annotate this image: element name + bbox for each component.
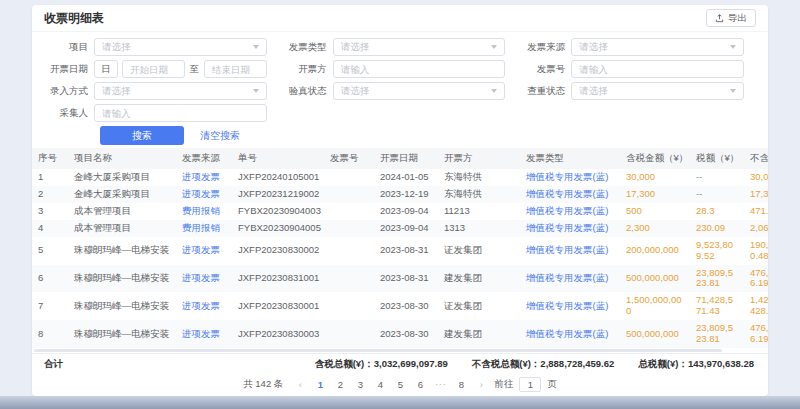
cell-project: 成本管理项目 — [68, 203, 176, 220]
next-page-button[interactable]: › — [474, 377, 488, 392]
page-title: 收票明细表 — [44, 10, 104, 27]
table-row: 5 珠穆朗玛峰—电梯安装 进项发票 JXFP20230830002 2023-0… — [32, 237, 768, 265]
filter-verify-status-label: 验真状态 — [281, 85, 333, 98]
cell-invoice-no — [324, 220, 374, 237]
cell-tax: -- — [690, 169, 744, 186]
cell-invoice-no — [324, 320, 374, 348]
invoice-type-select[interactable]: 请选择 — [333, 38, 506, 56]
title-bar: 收票明细表 导出 — [32, 5, 768, 32]
summary-total-tax: 总税额(¥)：143,970,638.28 — [638, 358, 754, 371]
cell-date: 2023-08-31 — [374, 265, 438, 293]
horizontal-scrollbar[interactable] — [32, 348, 768, 353]
cell-date: 2023-09-04 — [374, 203, 438, 220]
scrollbar-thumb[interactable] — [34, 349, 722, 352]
filter-issuer-label: 开票方 — [281, 63, 333, 76]
filter-project-label: 项目 — [42, 41, 94, 54]
col-header-project: 项目名称 — [68, 148, 176, 169]
col-header-tax: 税额（¥） — [690, 148, 744, 169]
search-button[interactable]: 搜索 — [100, 126, 184, 145]
cell-source: 进项发票 — [176, 186, 232, 203]
date-unit-select[interactable]: 日 — [94, 60, 118, 78]
dedup-status-select[interactable]: 请选择 — [571, 82, 744, 100]
chevron-down-icon — [730, 89, 736, 93]
entry-method-select[interactable]: 请选择 — [94, 82, 267, 100]
verify-status-select[interactable]: 请选择 — [333, 82, 506, 100]
filter-invoice-no-label: 发票号 — [519, 63, 571, 76]
summary-total-tax-value: 143,970,638.28 — [688, 358, 754, 369]
cell-type: 增值税专用发票(蓝) — [520, 237, 620, 265]
project-select[interactable]: 请选择 — [94, 38, 267, 56]
page-button-5[interactable]: 5 — [393, 377, 407, 392]
cell-source: 费用报销 — [176, 203, 232, 220]
cell-amount: 2,300 — [620, 220, 690, 237]
cell-type: 增值税专用发票(蓝) — [520, 320, 620, 348]
invoice-source-select[interactable]: 请选择 — [571, 38, 744, 56]
issuer-input[interactable] — [333, 60, 506, 78]
cell-order-no: JXFP20230831001 — [232, 265, 324, 293]
export-button[interactable]: 导出 — [706, 9, 756, 27]
export-icon — [715, 14, 724, 23]
table-row: 6 珠穆朗玛峰—电梯安装 进项发票 JXFP20230831001 2023-0… — [32, 265, 768, 293]
filter-row-1: 项目 请选择 发票类型 请选择 发票来源 请选择 — [42, 38, 758, 56]
verify-status-select-value: 请选择 — [341, 85, 370, 98]
end-date-input[interactable] — [204, 60, 267, 78]
cell-issuer: 东海特供 — [438, 169, 520, 186]
filter-issuer: 开票方 — [281, 60, 520, 78]
cell-order-no: JXFP20230830002 — [232, 237, 324, 265]
filter-row-3: 录入方式 请选择 验真状态 请选择 查重状态 请选择 — [42, 82, 758, 100]
cell-net: 30,000 — [744, 169, 768, 186]
summary-incl-tax: 含税总额(¥)：3,032,699,097.89 — [315, 358, 448, 371]
prev-page-button[interactable]: ‹ — [293, 377, 307, 392]
invoice-source-select-value: 请选择 — [579, 41, 608, 54]
chevron-down-icon — [730, 45, 736, 49]
cell-order-no: JXFP20231219002 — [232, 186, 324, 203]
page-button-last[interactable]: 8 — [454, 377, 468, 392]
cell-date: 2023-09-04 — [374, 220, 438, 237]
summary-excl-tax: 不含税总额(¥)：2,888,728,459.62 — [472, 358, 615, 371]
cell-tax: 23,809,523.81 — [690, 265, 744, 293]
page-button-4[interactable]: 4 — [373, 377, 387, 392]
page-button-3[interactable]: 3 — [353, 377, 367, 392]
filter-form: 项目 请选择 发票类型 请选择 发票来源 请选择 — [32, 32, 768, 148]
summary-row: 合计 含税总额(¥)：3,032,699,097.89 不含税总额(¥)：2,8… — [32, 353, 768, 375]
pagination: 共 142 条 ‹ 1 2 3 4 5 6 ··· 8 › 前往 页 — [32, 375, 768, 394]
page-button-2[interactable]: 2 — [333, 377, 347, 392]
chevron-down-icon — [491, 45, 497, 49]
table-row: 8 珠穆朗玛峰—电梯安装 进项发票 JXFP20230830003 2023-0… — [32, 320, 768, 348]
cell-index: 8 — [32, 320, 68, 348]
goto-page-input[interactable] — [519, 377, 541, 392]
cell-issuer: 11213 — [438, 203, 520, 220]
cell-order-no: FYBX20230904005 — [232, 220, 324, 237]
more-pages-icon[interactable]: ··· — [433, 377, 448, 392]
cell-invoice-no — [324, 292, 374, 320]
goto-page-prefix: 前往 — [494, 378, 513, 391]
cell-invoice-no — [324, 203, 374, 220]
cell-type: 增值税专用发票(蓝) — [520, 220, 620, 237]
invoice-no-input[interactable] — [571, 60, 744, 78]
filter-row-2: 开票日期 日 至 开票方 发票号 — [42, 60, 758, 78]
cell-tax: 28.3 — [690, 203, 744, 220]
cell-date: 2024-01-05 — [374, 169, 438, 186]
start-date-input[interactable] — [122, 60, 185, 78]
cell-amount: 200,000,000 — [620, 237, 690, 265]
invoice-detail-panel: 收票明细表 导出 项目 请选择 发票类型 请选择 — [32, 5, 768, 396]
desktop-background-strip — [0, 396, 800, 409]
cell-amount: 30,000 — [620, 169, 690, 186]
cell-type: 增值税专用发票(蓝) — [520, 169, 620, 186]
cell-index: 1 — [32, 169, 68, 186]
cell-type: 增值税专用发票(蓝) — [520, 265, 620, 293]
page-button-1[interactable]: 1 — [313, 377, 327, 392]
cell-net: 2,069.91 — [744, 220, 768, 237]
table-row: 3 成本管理项目 费用报销 FYBX20230904003 2023-09-04… — [32, 203, 768, 220]
summary-excl-tax-label: 不含税总额(¥)： — [472, 358, 541, 369]
cell-index: 5 — [32, 237, 68, 265]
clear-search-button[interactable]: 清空搜索 — [196, 126, 244, 145]
cell-project: 金峰大厦采购项目 — [68, 169, 176, 186]
collector-input[interactable] — [94, 104, 267, 122]
filter-dedup-status-label: 查重状态 — [519, 85, 571, 98]
cell-issuer: 建发集团 — [438, 265, 520, 293]
filter-verify-status: 验真状态 请选择 — [281, 82, 520, 100]
summary-total-label: 合计 — [44, 358, 63, 371]
page-button-6[interactable]: 6 — [413, 377, 427, 392]
cell-tax: 230.09 — [690, 220, 744, 237]
